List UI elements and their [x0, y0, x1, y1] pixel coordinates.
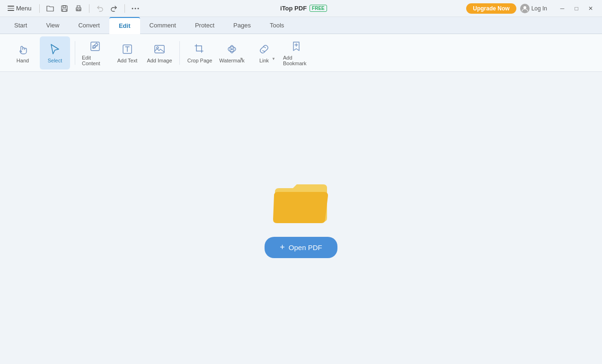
- minimize-button[interactable]: ─: [556, 4, 569, 13]
- svg-point-8: [523, 6, 526, 9]
- tool-add-bookmark[interactable]: Add Bookmark: [281, 36, 311, 69]
- tab-convert[interactable]: Convert: [69, 17, 109, 34]
- maximize-button[interactable]: □: [570, 4, 583, 13]
- tab-tools[interactable]: Tools: [260, 17, 293, 34]
- titlebar-separator-1: [39, 4, 40, 13]
- window-controls: ─ □ ✕: [556, 4, 597, 13]
- hand-icon: [16, 43, 29, 56]
- toolbar: Hand Select Edit Content Add Text Add: [0, 34, 602, 72]
- svg-point-5: [132, 8, 133, 9]
- main-area: + Open PDF: [0, 72, 602, 364]
- open-pdf-button[interactable]: + Open PDF: [265, 237, 337, 258]
- free-badge: FREE: [310, 5, 327, 12]
- menu-label: Menu: [16, 5, 32, 12]
- svg-point-6: [134, 8, 136, 9]
- tool-add-bookmark-label: Add Bookmark: [283, 55, 310, 66]
- upgrade-button[interactable]: Upgrade Now: [466, 3, 516, 14]
- svg-point-7: [137, 8, 139, 9]
- user-icon: [520, 4, 530, 13]
- titlebar-separator-2: [89, 4, 89, 13]
- svg-point-12: [157, 47, 159, 49]
- crop-page-icon: [193, 43, 206, 56]
- titlebar-separator-3: [124, 4, 125, 13]
- folder-icon: [270, 178, 332, 227]
- tool-select[interactable]: Select: [40, 36, 70, 69]
- titlebar: Menu: [0, 0, 602, 17]
- tool-link-label: Link: [259, 58, 269, 63]
- edit-content-icon: [89, 40, 102, 53]
- tool-crop-page-label: Crop Page: [187, 58, 212, 63]
- print-button[interactable]: [73, 3, 84, 14]
- app-name: iTop PDF: [280, 5, 307, 12]
- tool-hand[interactable]: Hand: [8, 36, 38, 69]
- undo-button[interactable]: [94, 3, 106, 14]
- svg-rect-1: [63, 6, 66, 8]
- tab-comment[interactable]: Comment: [140, 17, 186, 34]
- add-bookmark-icon: [290, 40, 303, 53]
- tool-edit-content-label: Edit Content: [82, 55, 108, 66]
- redo-button[interactable]: [108, 3, 120, 14]
- save-button[interactable]: [59, 3, 70, 14]
- titlebar-right: Upgrade Now Log In ─ □ ✕: [466, 3, 597, 14]
- add-text-icon: [121, 43, 134, 56]
- link-icon: [257, 43, 271, 56]
- tab-protect[interactable]: Protect: [186, 17, 224, 34]
- toolbar-sep-1: [75, 41, 75, 65]
- svg-rect-9: [91, 42, 99, 51]
- svg-rect-11: [155, 45, 164, 53]
- svg-rect-4: [77, 9, 80, 10]
- toolbar-sep-2: [179, 41, 180, 65]
- hamburger-icon: [8, 6, 14, 11]
- svg-rect-2: [62, 9, 66, 11]
- close-button[interactable]: ✕: [584, 4, 597, 13]
- login-area[interactable]: Log In: [520, 4, 547, 13]
- tool-edit-content[interactable]: Edit Content: [80, 36, 110, 69]
- tool-add-image-label: Add Image: [147, 58, 172, 63]
- open-pdf-plus: +: [280, 243, 285, 252]
- select-icon: [48, 43, 62, 56]
- login-label: Log In: [531, 5, 547, 12]
- open-pdf-label: Open PDF: [289, 243, 322, 251]
- watermark-dropdown-arrow: ▼: [239, 57, 243, 61]
- titlebar-left: Menu: [5, 3, 141, 14]
- svg-point-15: [231, 48, 233, 50]
- tab-view[interactable]: View: [36, 17, 69, 34]
- tab-bar: Start View Convert Edit Comment Protect …: [0, 17, 602, 34]
- tool-add-text[interactable]: Add Text: [112, 36, 142, 69]
- tab-start[interactable]: Start: [5, 17, 36, 34]
- tab-edit[interactable]: Edit: [109, 17, 140, 34]
- link-dropdown-arrow: ▼: [272, 57, 275, 61]
- menu-button[interactable]: Menu: [5, 4, 35, 13]
- app-title: iTop PDF FREE: [141, 5, 467, 12]
- tool-add-text-label: Add Text: [117, 58, 138, 63]
- tool-add-image[interactable]: Add Image: [144, 36, 175, 69]
- tool-crop-page[interactable]: Crop Page: [185, 36, 215, 69]
- add-image-icon: [153, 43, 166, 56]
- tool-link[interactable]: Link ▼: [249, 36, 279, 69]
- watermark-icon: [225, 43, 239, 56]
- open-file-button[interactable]: [44, 3, 56, 14]
- tab-pages[interactable]: Pages: [224, 17, 260, 34]
- more-button[interactable]: [130, 3, 141, 14]
- tool-select-label: Select: [48, 58, 62, 63]
- tool-hand-label: Hand: [17, 58, 29, 63]
- tool-watermark[interactable]: Watermark ▼: [217, 36, 247, 69]
